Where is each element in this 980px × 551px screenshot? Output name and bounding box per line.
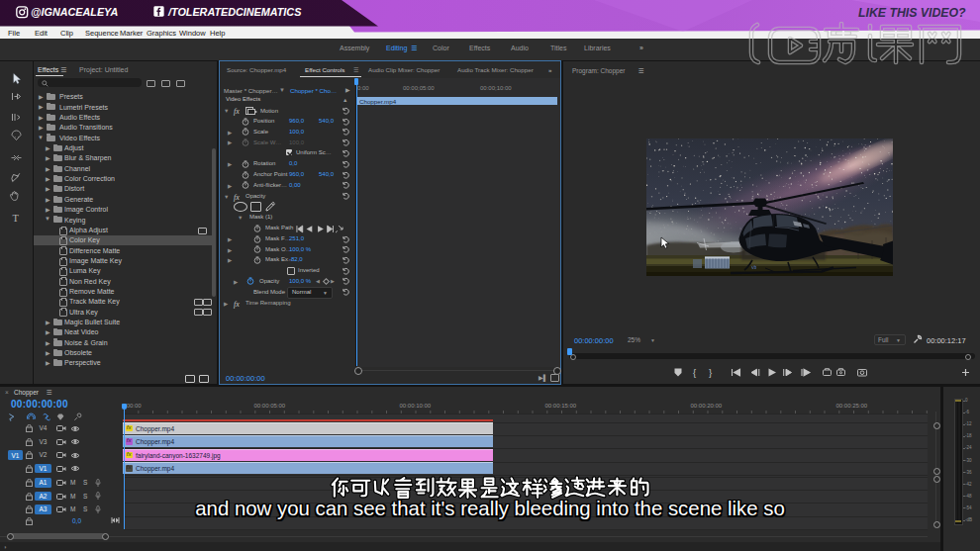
svg-text:}: } (709, 367, 712, 378)
svg-text:T: T (13, 213, 20, 224)
svg-text:vb: vb (751, 264, 757, 270)
svg-text:{: { (693, 367, 696, 378)
